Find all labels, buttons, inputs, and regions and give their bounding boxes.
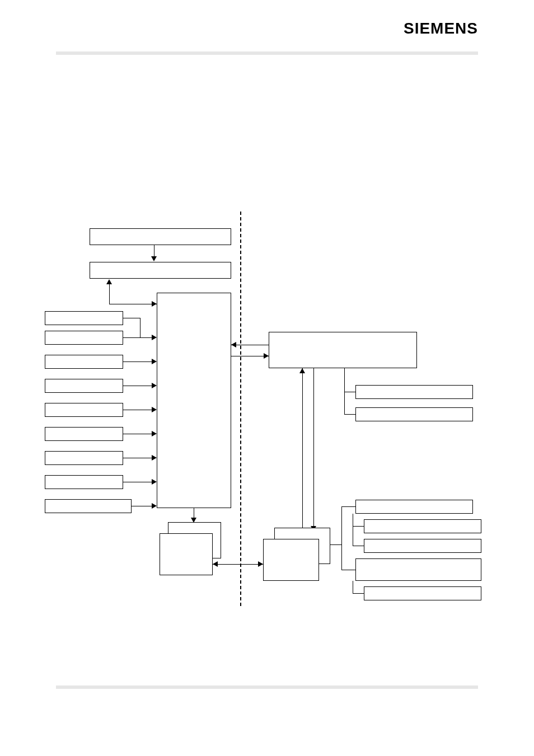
box-input-7 [45,451,123,465]
box-top-wide [90,228,231,245]
box-right-small-1 [355,385,473,399]
block-diagram [42,212,484,614]
connector [353,514,353,546]
connector [353,546,364,546]
box-input-2 [45,331,123,345]
connector [341,506,342,570]
arrowhead-icon [106,279,112,284]
arrowhead-icon [231,342,236,348]
connector [132,506,154,506]
box-input-1 [45,311,123,325]
arrowhead-icon [152,455,157,461]
connector [109,304,157,304]
arrowhead-icon [152,359,157,364]
connector [109,283,110,304]
page: SIEMENS [0,0,534,756]
arrowhead-icon [151,256,157,261]
connector [344,392,355,392]
box-input-9 [45,499,132,513]
connector [353,526,364,527]
box-input-5 [45,403,123,417]
arrowhead-icon [152,301,157,307]
box-central-tall [157,293,231,508]
connector [302,368,303,536]
arrowhead-icon [152,383,157,388]
box-far-right-4 [355,558,481,581]
box-input-6 [45,427,123,441]
connector [341,570,355,570]
box-far-right-3 [364,539,481,553]
footer-divider [56,685,478,689]
arrowhead-icon [299,368,305,373]
arrowhead-icon [152,503,157,509]
connector [341,506,355,507]
connector [313,368,314,528]
box-second-wide [90,262,231,279]
arrowhead-icon [258,561,263,567]
connector [344,368,345,414]
connector [123,318,140,318]
box-bottom-mid-front [263,539,319,581]
arrowhead-icon [152,431,157,436]
arrowhead-icon [152,479,157,485]
connector [123,386,154,386]
connector [140,318,140,337]
box-input-8 [45,475,123,489]
connector [123,458,154,458]
connector [353,581,353,593]
box-input-4 [45,379,123,393]
box-right-large [269,332,417,368]
connector [123,482,154,482]
box-bottom-left-front [160,533,213,575]
connector [231,356,269,356]
connector [213,564,263,565]
arrowhead-icon [152,335,157,340]
dashed-divider [240,212,241,606]
box-far-right-1 [355,500,473,514]
connector [123,361,154,362]
arrowhead-icon [152,407,157,412]
connector [123,410,154,410]
connector [123,337,154,338]
connector [344,414,355,415]
brand-logo: SIEMENS [404,20,478,37]
connector [231,345,269,345]
connector [123,434,154,434]
arrowhead-icon [213,561,218,567]
connector [353,593,364,594]
header-divider [56,51,478,55]
box-far-right-5 [364,586,481,600]
box-right-small-2 [355,407,473,421]
box-input-3 [45,355,123,369]
box-far-right-2 [364,519,481,533]
arrowhead-icon [264,353,269,359]
connector [330,544,341,545]
